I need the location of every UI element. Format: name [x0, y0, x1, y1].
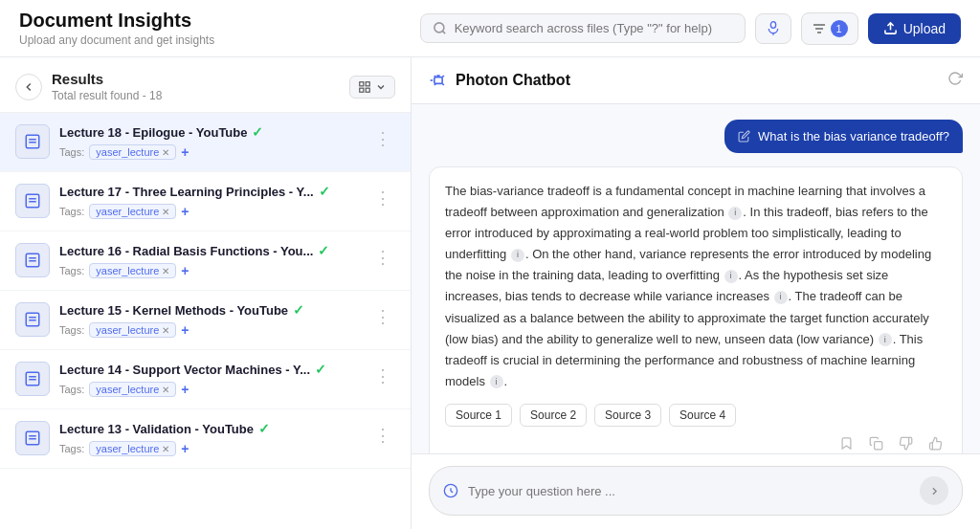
left-panel: Results Total result found - 18	[0, 57, 412, 529]
source-chip[interactable]: Source 3	[594, 404, 661, 427]
svg-point-0	[434, 23, 444, 33]
upload-icon	[883, 21, 898, 35]
bookmark-icon	[839, 436, 854, 451]
citation-2[interactable]: i	[511, 249, 524, 262]
tag: yaser_lecture ✕	[89, 441, 176, 456]
more-options-button[interactable]: ⋮	[370, 245, 395, 270]
citation-3[interactable]: i	[724, 270, 738, 283]
chat-input[interactable]	[468, 484, 910, 498]
microphone-icon	[766, 21, 781, 36]
source-chip[interactable]: Source 2	[520, 404, 587, 427]
verified-icon: ✓	[252, 124, 263, 140]
result-title: Lecture 14 - Support Vector Machines - Y…	[59, 362, 361, 377]
citation-4[interactable]: i	[774, 291, 788, 304]
list-item[interactable]: Lecture 16 - Radial Basis Functions - Yo…	[0, 231, 411, 291]
tag-remove[interactable]: ✕	[162, 147, 169, 158]
more-options-button[interactable]: ⋮	[370, 304, 395, 329]
more-options-button[interactable]: ⋮	[370, 186, 395, 210]
sources-row: Source 1Source 2Source 3Source 4	[445, 404, 947, 427]
results-subtitle: Total result found - 18	[52, 89, 162, 102]
add-tag-button[interactable]: +	[181, 263, 189, 278]
user-message: What is the bias variance tradeoff?	[724, 120, 963, 153]
verified-icon: ✓	[293, 302, 304, 318]
header-actions: 1 Upload	[420, 12, 961, 45]
bookmark-button[interactable]	[835, 434, 858, 453]
file-icon	[15, 124, 50, 159]
add-tag-button[interactable]: +	[181, 441, 189, 456]
back-button[interactable]	[15, 74, 42, 100]
svg-line-1	[442, 31, 445, 33]
tag-remove[interactable]: ✕	[162, 385, 169, 395]
thumbup-button[interactable]	[924, 434, 947, 453]
svg-line-32	[442, 76, 444, 77]
view-toggle-button[interactable]	[349, 76, 395, 99]
verified-icon: ✓	[315, 362, 326, 377]
filter-count: 1	[831, 20, 848, 37]
svg-point-2	[770, 21, 775, 28]
results-list: Lecture 18 - Epilogue - YouTube ✓ Tags: …	[0, 113, 411, 529]
more-options-button[interactable]: ⋮	[370, 364, 395, 388]
search-icon	[433, 21, 447, 35]
chat-input-box	[429, 466, 963, 516]
svg-rect-36	[875, 442, 882, 450]
tag: yaser_lecture ✕	[89, 322, 176, 338]
svg-rect-9	[366, 81, 369, 85]
source-chip[interactable]: Source 1	[445, 404, 512, 427]
citation-5[interactable]: i	[879, 333, 892, 346]
upload-button[interactable]: Upload	[868, 13, 961, 44]
tag-remove[interactable]: ✕	[162, 266, 169, 276]
header-branding: Document Insights Upload any document an…	[19, 10, 214, 47]
thumbdown-button[interactable]	[895, 434, 917, 453]
chat-area: What is the bias variance tradeoff? The …	[412, 104, 980, 453]
send-button[interactable]	[920, 476, 948, 505]
svg-rect-8	[360, 81, 364, 85]
back-icon	[22, 80, 35, 94]
list-item[interactable]: Lecture 14 - Support Vector Machines - Y…	[0, 350, 411, 409]
source-chip[interactable]: Source 4	[669, 404, 736, 427]
global-search[interactable]	[420, 13, 746, 43]
list-item[interactable]: Lecture 15 - Kernel Methods - YouTube ✓ …	[0, 291, 411, 350]
result-content: Lecture 18 - Epilogue - YouTube ✓ Tags: …	[59, 124, 361, 160]
search-input[interactable]	[455, 21, 733, 35]
refresh-icon	[947, 71, 963, 86]
copy-button[interactable]	[865, 434, 887, 453]
grid-icon	[358, 80, 371, 94]
verified-icon: ✓	[319, 184, 330, 199]
result-content: Lecture 17 - Three Learning Principles -…	[59, 184, 361, 219]
result-title: Lecture 17 - Three Learning Principles -…	[59, 184, 361, 199]
chat-input-area	[412, 453, 980, 529]
file-icon	[15, 421, 50, 455]
result-title: Lecture 15 - Kernel Methods - YouTube ✓	[59, 302, 361, 318]
tag-remove[interactable]: ✕	[162, 325, 169, 336]
tag-remove[interactable]: ✕	[162, 444, 169, 454]
tag: yaser_lecture ✕	[89, 144, 176, 160]
add-tag-button[interactable]: +	[181, 382, 189, 397]
thumbdown-icon	[899, 436, 913, 451]
tag: yaser_lecture ✕	[89, 382, 176, 397]
edit-icon[interactable]	[738, 130, 750, 143]
tag-remove[interactable]: ✕	[162, 207, 169, 217]
user-message-wrapper: What is the bias variance tradeoff?	[429, 120, 963, 153]
list-item[interactable]: Lecture 17 - Three Learning Principles -…	[0, 172, 411, 231]
add-tag-button[interactable]: +	[181, 144, 189, 160]
refresh-button[interactable]	[947, 71, 963, 90]
audio-button[interactable]	[755, 13, 791, 44]
citation-6[interactable]: i	[490, 375, 503, 388]
list-item[interactable]: Lecture 18 - Epilogue - YouTube ✓ Tags: …	[0, 113, 411, 172]
thumbup-icon	[928, 436, 943, 451]
list-item[interactable]: Lecture 13 - Validation - YouTube ✓ Tags…	[0, 409, 411, 469]
add-tag-button[interactable]: +	[181, 322, 189, 338]
more-options-button[interactable]: ⋮	[370, 423, 395, 448]
results-actions	[349, 76, 395, 99]
more-options-button[interactable]: ⋮	[370, 126, 395, 151]
header: Document Insights Upload any document an…	[0, 0, 980, 57]
result-content: Lecture 13 - Validation - YouTube ✓ Tags…	[59, 421, 361, 456]
citation-1[interactable]: i	[728, 207, 742, 220]
add-tag-button[interactable]: +	[181, 204, 189, 219]
bot-message: The bias-variance tradeoff is a fundamen…	[429, 166, 963, 453]
filter-button[interactable]: 1	[801, 12, 858, 45]
tags-row: Tags: yaser_lecture ✕ +	[59, 441, 361, 456]
tags-row: Tags: yaser_lecture ✕ +	[59, 144, 361, 160]
send-icon	[928, 485, 941, 497]
svg-line-33	[442, 83, 444, 85]
